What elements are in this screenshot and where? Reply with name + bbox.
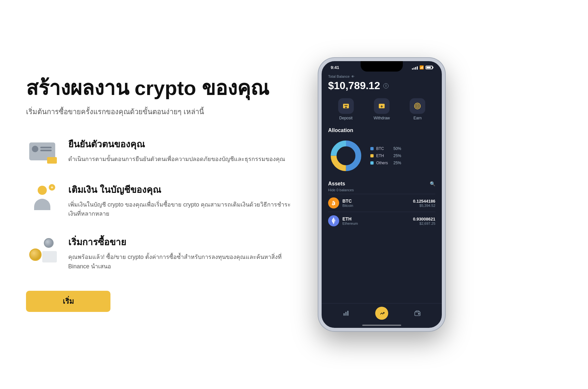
allocation-legend: BTC 50% ETH 25% Others 25% — [370, 146, 401, 165]
balance-label: Total Balance 👁 — [328, 74, 435, 78]
btc-values: 0.12544186 $5,394.52 — [413, 199, 435, 208]
action-buttons: Deposit Withdraw — [328, 98, 435, 120]
btc-logo — [328, 197, 339, 208]
nav-chart[interactable] — [339, 307, 352, 320]
eth-amount: 0.93008621 — [413, 217, 435, 221]
kyc-icon — [28, 139, 57, 164]
donut-svg — [328, 138, 364, 174]
btc-name: BTC — [376, 146, 391, 151]
balance-amount: $10,789.12 i — [328, 80, 435, 92]
wifi-icon: 📶 — [419, 65, 424, 70]
btc-usd: $5,394.52 — [413, 204, 435, 208]
home-indicator — [362, 325, 401, 326]
others-pct: 25% — [393, 161, 401, 165]
eth-dot — [370, 154, 374, 157]
svg-marker-13 — [332, 221, 334, 224]
btc-amount: 0.12544186 — [413, 199, 435, 204]
phone-volume-button — [318, 100, 319, 113]
btc-pct: 50% — [393, 146, 401, 151]
main-title: สร้างผลงาน crypto ของคุณ — [26, 77, 292, 99]
allocation-area: BTC 50% ETH 25% Others 25% — [328, 138, 435, 174]
phone-time: 9:41 — [331, 65, 339, 70]
trade-title: เริ่มการซื้อขาย — [68, 235, 292, 249]
assets-header: Assets 🔍 — [328, 181, 435, 187]
earn-label: Earn — [414, 116, 422, 120]
svg-point-9 — [337, 147, 355, 165]
signal-bar-3 — [415, 67, 416, 70]
trade-desc: คุณพร้อมแล้ว! ซื้อ/ขาย crypto ตั้งค่าการ… — [68, 252, 292, 271]
svg-marker-12 — [334, 221, 336, 224]
start-button[interactable]: เริ่ม — [26, 291, 110, 312]
earn-action-icon — [410, 98, 425, 114]
trade-icon-wrap — [26, 235, 58, 264]
svg-rect-17 — [345, 312, 346, 316]
kyc-content: ยืนยันตัวตนของคุณ ดำเนินการตามขั้นตอนการ… — [68, 137, 285, 164]
eye-icon: 👁 — [351, 75, 354, 78]
deposit-content: เติมเงิน ในบัญชีของคุณ เพิ่มเงินในบัญชี … — [68, 182, 292, 219]
trade-content: เริ่มการซื้อขาย คุณพร้อมแล้ว! ซื้อ/ขาย c… — [68, 235, 292, 271]
deposit-icon-wrap: + — [26, 182, 58, 212]
nav-trade-active[interactable] — [375, 307, 388, 320]
others-name: Others — [376, 161, 391, 165]
nav-wallet[interactable] — [411, 307, 424, 320]
eth-symbol: ETH — [342, 216, 413, 221]
legend-eth: ETH 25% — [370, 154, 401, 158]
legend-btc: BTC 50% — [370, 146, 401, 151]
kyc-title: ยืนยันตัวตนของคุณ — [68, 137, 285, 151]
eth-name-wrap: ETH Ethereum — [342, 216, 413, 225]
bottom-nav — [322, 303, 442, 325]
steps-list: ยืนยันตัวตนของคุณ ดำเนินการตามขั้นตอนการ… — [26, 137, 292, 271]
kyc-desc: ดำเนินการตามขั้นตอนการยืนยันตัวตนเพื่อคว… — [68, 154, 285, 164]
battery-fill — [427, 67, 431, 68]
donut-chart — [328, 138, 364, 174]
page-container: สร้างผลงาน crypto ของคุณ เริ่มต้นการซื้อ… — [26, 58, 562, 331]
signal-bars — [412, 66, 418, 70]
svg-rect-1 — [344, 105, 348, 106]
phone-frame: 9:41 📶 Tota — [318, 58, 445, 331]
signal-bar-1 — [412, 68, 413, 70]
svg-point-5 — [417, 105, 418, 107]
asset-btc[interactable]: BTC Bitcoin 0.12544186 $5,394.52 — [328, 194, 435, 212]
battery-icon — [426, 66, 433, 69]
assets-sub: Hide 0 balances — [328, 188, 435, 192]
kyc-icon-wrap — [26, 137, 58, 166]
eth-usd: $2,697.25 — [413, 221, 435, 225]
step-deposit: + เติมเงิน ในบัญชีของคุณ เพิ่มเงินในบัญช… — [26, 182, 292, 219]
phone-content: Total Balance 👁 $10,789.12 i — [322, 70, 442, 303]
btc-name-wrap: BTC Bitcoin — [342, 198, 413, 208]
svg-point-20 — [418, 313, 419, 314]
legend-others: Others 25% — [370, 161, 401, 165]
phone-notch — [361, 61, 403, 72]
others-dot — [370, 161, 374, 165]
btc-dot — [370, 147, 374, 150]
trade-icon — [28, 236, 57, 262]
btc-fullname: Bitcoin — [342, 204, 413, 208]
deposit-title: เติมเงิน ในบัญชีของคุณ — [68, 182, 292, 197]
signal-bar-2 — [414, 68, 415, 70]
action-earn[interactable]: Earn — [410, 98, 425, 120]
assets-title: Assets — [328, 181, 345, 187]
eth-logo — [328, 215, 339, 226]
eth-pct: 25% — [393, 154, 401, 158]
eth-fullname: Ethereum — [342, 221, 413, 225]
svg-rect-18 — [347, 311, 348, 316]
asset-search-icon[interactable]: 🔍 — [430, 181, 435, 186]
signal-bar-4 — [417, 66, 418, 70]
left-panel: สร้างผลงาน crypto ของคุณ เริ่มต้นการซื้อ… — [26, 77, 292, 312]
status-right: 📶 — [412, 65, 433, 70]
deposit-desc: เพิ่มเงินในบัญชี crypto ของคุณเพื่อเริ่ม… — [68, 200, 292, 219]
allocation-title: Allocation — [328, 127, 435, 133]
eth-values: 0.93008621 $2,697.25 — [413, 217, 435, 225]
action-deposit[interactable]: Deposit — [338, 98, 354, 120]
withdraw-action-icon — [374, 98, 390, 114]
asset-eth[interactable]: ETH Ethereum 0.93008621 $2,697.25 — [328, 212, 435, 230]
deposit-action-icon — [338, 98, 354, 114]
action-withdraw[interactable]: Withdraw — [374, 98, 390, 120]
deposit-plus-icon: + — [49, 184, 55, 191]
balance-info-icon: i — [383, 83, 389, 88]
phone-power-button — [445, 107, 445, 129]
right-panel: 9:41 📶 Tota — [318, 58, 445, 331]
svg-rect-16 — [344, 313, 345, 316]
step-trade: เริ่มการซื้อขาย คุณพร้อมแล้ว! ซื้อ/ขาย c… — [26, 235, 292, 271]
deposit-icon: + — [29, 184, 55, 210]
